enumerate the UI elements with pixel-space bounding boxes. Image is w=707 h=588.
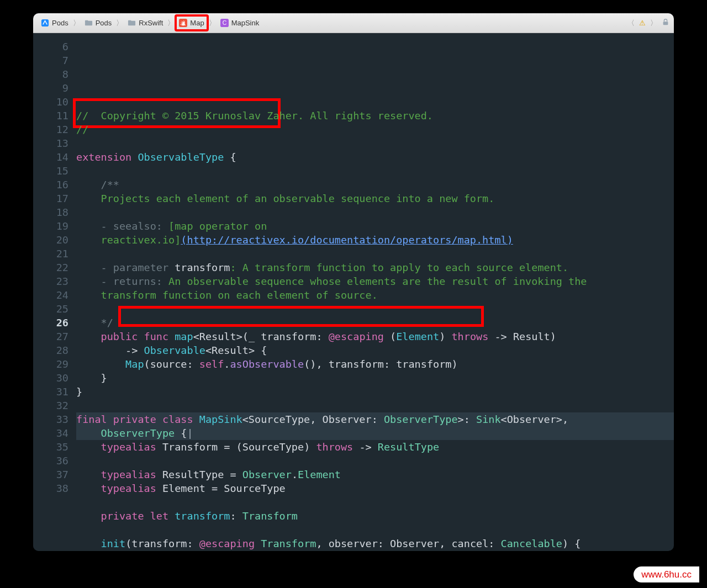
code-line[interactable]: ObserverType {| (76, 426, 674, 440)
line-gutter: 6789101112131415161718192021222324252627… (33, 33, 76, 551)
crumb-pods[interactable]: Pods (81, 18, 115, 28)
code-line[interactable]: - returns: An observable sequence whose … (76, 274, 674, 288)
code-line[interactable]: extension ObservableType { (76, 150, 674, 164)
svg-text:C: C (222, 20, 226, 26)
crumb-label: MapSink (231, 19, 260, 27)
crumb-mapsink[interactable]: C MapSink (217, 18, 263, 28)
crumb-map[interactable]: Map (176, 15, 207, 30)
code-line[interactable]: */ (76, 316, 674, 330)
code-line[interactable]: transform function on each element of so… (76, 288, 674, 302)
lock-icon (662, 18, 669, 28)
code-line[interactable]: reactivex.io](http://reactivex.io/docume… (76, 233, 674, 247)
code-line[interactable]: } (76, 371, 674, 385)
code-line[interactable] (76, 247, 674, 261)
code-line[interactable]: -> Observable<Result> { (76, 343, 674, 357)
chevron-right-icon: 〉 (167, 18, 175, 28)
svg-rect-4 (128, 20, 131, 22)
code-line[interactable] (76, 454, 674, 468)
warning-icon[interactable]: ⚠︎ (639, 19, 646, 27)
nav-back-icon[interactable]: 〈 (627, 18, 635, 28)
folder-icon (85, 19, 93, 27)
code-line[interactable]: - parameter transform: A transform funct… (76, 261, 674, 274)
swift-icon (179, 19, 187, 27)
code-line[interactable]: self.transform = transform (76, 550, 674, 551)
breadcrumbs: Pods 〉 Pods 〉 RxSwift 〉 Ma (38, 15, 627, 30)
crumb-label: Pods (52, 19, 68, 27)
code-line[interactable]: } (76, 385, 674, 399)
xcode-icon (41, 19, 49, 27)
nav-forward-icon[interactable]: 〉 (650, 18, 657, 28)
code-line[interactable] (76, 302, 674, 316)
code-line[interactable]: init(transform: @escaping Transform, obs… (76, 537, 674, 550)
editor-window: Pods 〉 Pods 〉 RxSwift 〉 Ma (33, 13, 674, 551)
code-line[interactable] (76, 164, 674, 178)
chevron-right-icon: 〉 (116, 18, 123, 28)
svg-rect-8 (663, 22, 668, 25)
code-line[interactable] (76, 136, 674, 150)
code-line[interactable]: public func map<Result>(_ transform: @es… (76, 330, 674, 343)
folder-icon (128, 19, 136, 27)
code-line[interactable]: Projects each element of an observable s… (76, 192, 674, 205)
crumb-label: Pods (96, 19, 112, 27)
crumb-label: RxSwift (139, 19, 163, 27)
jump-bar-right: 〈 ⚠︎ 〉 (627, 18, 669, 28)
watermark: www.6hu.cc (634, 566, 699, 582)
chevron-right-icon: 〉 (73, 18, 80, 28)
code-editor[interactable]: 6789101112131415161718192021222324252627… (33, 33, 674, 551)
code-area[interactable]: // Copyright © 2015 Krunoslav Zaher. All… (76, 33, 674, 551)
code-line[interactable]: - seealso: [map operator on (76, 219, 674, 233)
svg-rect-2 (85, 20, 88, 22)
crumb-root[interactable]: Pods (38, 18, 72, 28)
code-line[interactable]: // (76, 123, 674, 136)
code-line[interactable]: private let transform: Transform (76, 509, 674, 523)
crumb-label: Map (190, 19, 204, 27)
code-line[interactable]: typealias ResultType = Observer.Element (76, 468, 674, 481)
jump-bar: Pods 〉 Pods 〉 RxSwift 〉 Ma (33, 13, 674, 33)
code-line[interactable]: Map(source: self.asObservable(), transfo… (76, 357, 674, 371)
code-line[interactable] (76, 205, 674, 219)
code-line[interactable]: /** (76, 178, 674, 192)
code-line[interactable]: // Copyright © 2015 Krunoslav Zaher. All… (76, 109, 674, 123)
code-line[interactable] (76, 523, 674, 537)
code-line[interactable] (76, 495, 674, 509)
code-line[interactable]: typealias Transform = (SourceType) throw… (76, 440, 674, 454)
code-line[interactable] (76, 399, 674, 412)
class-icon: C (220, 19, 229, 27)
code-line[interactable]: typealias Element = SourceType (76, 481, 674, 495)
code-line[interactable]: final private class MapSink<SourceType, … (76, 412, 674, 426)
chevron-right-icon: 〉 (209, 18, 216, 28)
crumb-rxswift[interactable]: RxSwift (124, 18, 166, 28)
